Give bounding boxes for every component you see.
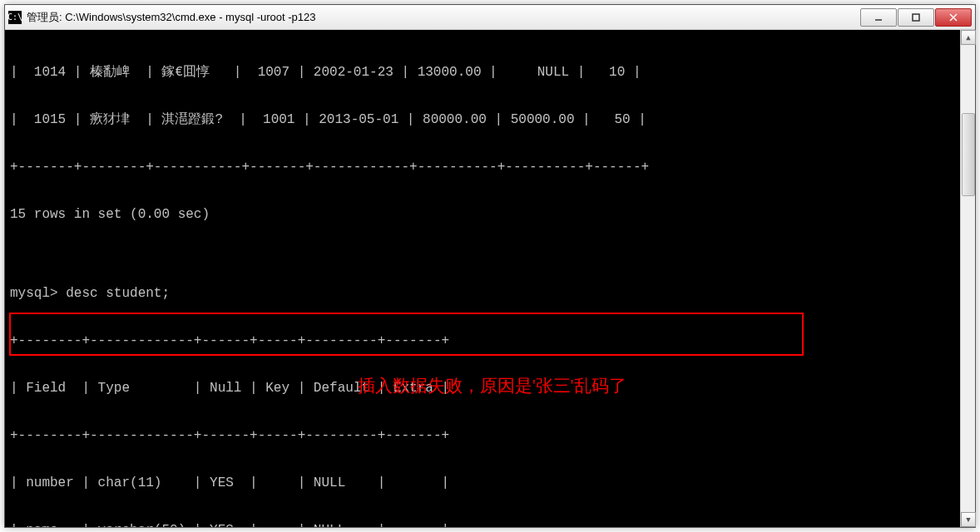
minimize-icon — [874, 12, 883, 22]
command-prompt-window: C:\ 管理员: C:\Windows\system32\cmd.exe - m… — [4, 4, 976, 528]
terminal-line: | 1015 | 瘚犲垏 | 淇潖蹬鍛? | 1001 | 2013-05-01… — [10, 112, 970, 128]
maximize-button[interactable] — [898, 8, 934, 27]
terminal-line: | 1014 | 榛勫崥 | 鎵€囬惇 | 1007 | 2002-01-23 … — [10, 65, 970, 81]
terminal-line: 15 rows in set (0.00 sec) — [10, 207, 970, 223]
minimize-button[interactable] — [860, 8, 897, 27]
close-icon — [948, 12, 958, 22]
window-title: 管理员: C:\Windows\system32\cmd.exe - mysql… — [27, 10, 859, 25]
terminal-line: +--------+-------------+------+-----+---… — [10, 428, 970, 444]
terminal-line: | number | char(11) | YES | | NULL | | — [10, 475, 970, 491]
app-icon: C:\ — [8, 11, 22, 24]
titlebar[interactable]: C:\ 管理员: C:\Windows\system32\cmd.exe - m… — [5, 5, 975, 30]
window-controls — [859, 8, 972, 27]
vertical-scrollbar[interactable]: ▲ ▼ — [960, 30, 975, 527]
maximize-icon — [911, 12, 921, 22]
svg-rect-1 — [913, 14, 919, 21]
close-button[interactable] — [935, 8, 972, 27]
terminal-line: +--------+-------------+------+-----+---… — [10, 333, 970, 349]
terminal-line: | name | varchar(50) | YES | | NULL | | — [10, 523, 970, 527]
scroll-down-button[interactable]: ▼ — [961, 512, 976, 527]
terminal-line: mysql> desc student; — [10, 286, 970, 302]
scroll-thumb[interactable] — [962, 113, 975, 196]
terminal-output[interactable]: | 1014 | 榛勫崥 | 鎵€囬惇 | 1007 | 2002-01-23 … — [5, 30, 975, 527]
terminal-line: | Field | Type | Null | Key | Default | … — [10, 381, 970, 397]
terminal-line: +-------+--------+-----------+-------+--… — [10, 160, 970, 175]
scroll-up-button[interactable]: ▲ — [961, 30, 976, 45]
